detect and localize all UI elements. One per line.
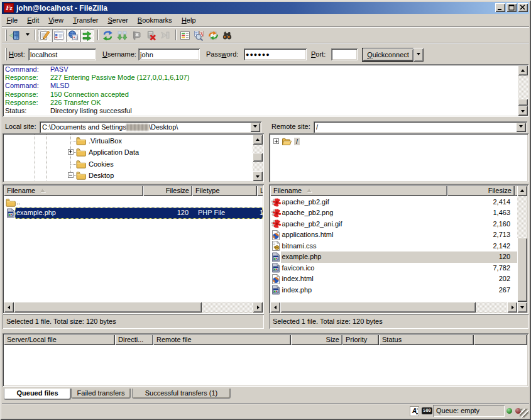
scroll-right-button[interactable] <box>507 302 517 312</box>
menu-item[interactable]: File <box>2 14 23 26</box>
toggle-transfer-queue-button[interactable] <box>80 29 94 42</box>
log-lines: Command:PASV Response:227 Entering Passi… <box>4 65 517 116</box>
disconnect-button[interactable] <box>145 30 156 41</box>
vertical-splitter[interactable] <box>264 119 269 329</box>
menu-item[interactable]: View <box>44 14 68 26</box>
scroll-down-button[interactable] <box>517 302 527 312</box>
file-row[interactable]: favicon.ico 7,782 <box>270 263 517 274</box>
toggle-local-tree-button[interactable] <box>52 29 66 42</box>
file-row[interactable]: apache_pb2.gif 2,414 <box>270 197 517 207</box>
compare-directories-button[interactable] <box>194 30 205 41</box>
scroll-up-button[interactable] <box>517 185 527 196</box>
column-header-serverlocal[interactable]: Server/Local file <box>4 334 115 345</box>
queue-tab[interactable]: Failed transfers <box>71 389 131 399</box>
local-tree-scrollbar[interactable] <box>253 135 263 181</box>
column-header-filename[interactable]: Filename <box>4 185 143 196</box>
quickconnect-gripper[interactable] <box>5 48 7 60</box>
process-queue-button[interactable] <box>116 30 128 41</box>
tree-expander[interactable] <box>273 138 279 144</box>
column-header-lastmodified[interactable]: L <box>257 185 263 196</box>
file-row[interactable]: example.php 120 <box>270 251 517 262</box>
username-input[interactable] <box>140 50 199 59</box>
close-button[interactable] <box>518 3 528 12</box>
log-scrollbar[interactable] <box>518 65 528 116</box>
scroll-up-button[interactable] <box>518 65 528 75</box>
resize-grip[interactable] <box>520 409 528 417</box>
port-input[interactable] <box>332 50 356 59</box>
scroll-up-button[interactable] <box>253 135 263 145</box>
reconnect-button[interactable] <box>159 30 170 41</box>
column-header-size[interactable]: Size <box>291 334 342 345</box>
quickconnect-dropdown-button[interactable] <box>413 48 424 62</box>
scrollbar-thumb[interactable] <box>14 302 202 312</box>
file-row[interactable]: .. <box>4 197 263 207</box>
file-row[interactable]: applications.html 2,713 <box>270 229 517 240</box>
column-header-priority[interactable]: Priority <box>342 334 379 345</box>
menu-item[interactable]: Transfer <box>68 14 103 26</box>
column-header-status[interactable]: Status <box>379 334 474 345</box>
file-row[interactable]: apache_pb2_ani.gif 2,160 <box>270 219 517 229</box>
tree-item[interactable]: Application Data <box>3 146 251 158</box>
quickconnect-button[interactable]: Quickconnect <box>362 48 414 62</box>
queue-tab[interactable]: Queued files <box>4 389 71 400</box>
remote-list-vscrollbar[interactable] <box>517 185 527 312</box>
filezilla-logo-icon[interactable]: Fz <box>4 3 14 13</box>
scroll-down-button[interactable] <box>518 106 528 116</box>
queue-splitter[interactable] <box>3 329 528 333</box>
scroll-down-button[interactable] <box>253 171 263 181</box>
site-manager-button[interactable] <box>9 30 20 41</box>
toggle-message-log-button[interactable] <box>38 29 52 42</box>
data-type-indicator-icon[interactable]: A <box>410 406 419 416</box>
log-splitter[interactable] <box>3 117 528 121</box>
local-list-hscrollbar[interactable] <box>4 302 263 312</box>
speed-limits-icon[interactable]: 500 <box>422 407 432 414</box>
column-header-remotefile[interactable]: Remote file <box>153 334 291 345</box>
tree-item[interactable]: Desktop <box>3 170 251 181</box>
toolbar-gripper[interactable] <box>5 30 7 41</box>
tree-expander[interactable] <box>68 149 74 155</box>
file-row[interactable]: apache_pb2.png 1,463 <box>270 207 517 218</box>
scrollbar-thumb[interactable] <box>280 302 476 312</box>
scroll-right-button[interactable] <box>253 302 263 312</box>
scrollbar-thumb[interactable] <box>518 99 528 106</box>
cancel-button[interactable] <box>131 30 142 41</box>
column-header-filesize[interactable]: Filesize <box>143 185 192 196</box>
tree-expander[interactable] <box>68 172 74 178</box>
menu-item[interactable]: Help <box>177 14 200 26</box>
scroll-left-button[interactable] <box>270 302 280 312</box>
column-header-filename[interactable]: Filename <box>270 185 447 196</box>
file-row[interactable]: example.php 120 PHP File 1 <box>4 207 263 218</box>
site-manager-dropdown-button[interactable] <box>23 30 31 41</box>
menu-item[interactable]: Server <box>103 14 133 26</box>
scrollbar-thumb[interactable] <box>517 238 527 302</box>
column-header-direction[interactable]: Directi... <box>115 334 153 345</box>
toggle-remote-tree-button[interactable] <box>66 29 80 42</box>
minimize-button[interactable] <box>495 3 505 12</box>
tree-item[interactable]: .VirtualBox <box>3 135 251 146</box>
remote-site-combo[interactable]: / <box>314 121 527 133</box>
transfer-queue: Server/Local file Directi... Remote file… <box>3 333 528 387</box>
host-input[interactable] <box>30 50 95 59</box>
file-row[interactable]: index.html 202 <box>270 274 517 284</box>
remote-list-hscrollbar[interactable] <box>270 302 517 312</box>
scroll-left-button[interactable] <box>4 302 14 312</box>
queue-tab[interactable]: Successful transfers (1) <box>132 389 231 399</box>
remote-site-combo-dropdown[interactable] <box>516 123 526 132</box>
find-files-button[interactable] <box>222 30 233 41</box>
synchronized-browsing-button[interactable] <box>207 30 219 41</box>
directory-filters-button[interactable] <box>179 30 190 41</box>
local-site-combo[interactable]: C:\Documents and Settings\Desktop\ <box>40 121 261 133</box>
refresh-button[interactable] <box>102 30 113 41</box>
file-row[interactable]: index.php 267 <box>270 285 517 296</box>
menu-item[interactable]: Edit <box>23 14 44 26</box>
password-input[interactable] <box>245 50 305 59</box>
column-header-filetype[interactable]: Filetype <box>192 185 257 196</box>
file-row[interactable]: bitnami.css 2,142 <box>270 241 517 251</box>
column-header-filesize[interactable]: Filesize <box>447 185 515 196</box>
tree-item[interactable]: / <box>269 136 527 147</box>
scrollbar-thumb[interactable] <box>253 153 263 162</box>
menu-item[interactable]: Bookmarks <box>133 14 177 26</box>
local-site-combo-dropdown[interactable] <box>250 123 260 132</box>
tree-item[interactable]: Cookies <box>3 158 251 170</box>
maximize-button[interactable] <box>506 3 517 12</box>
